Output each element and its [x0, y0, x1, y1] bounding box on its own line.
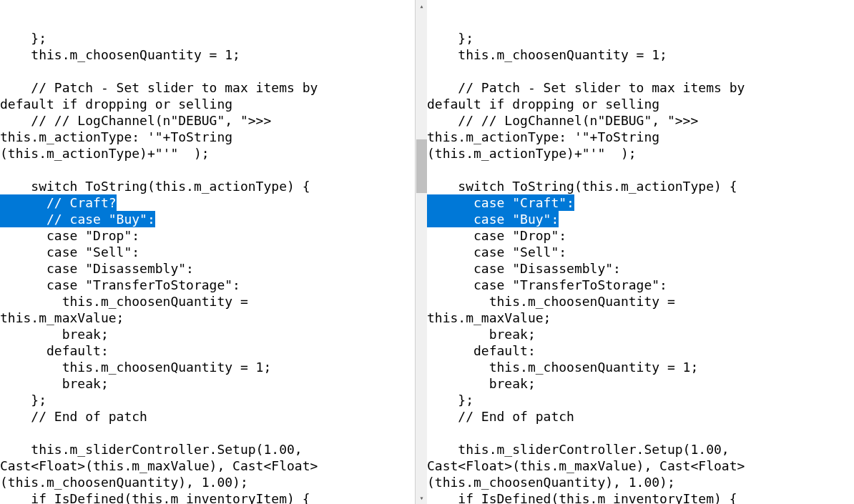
- code-line[interactable]: case "Buy":: [427, 211, 842, 227]
- code-line[interactable]: // case "Buy":: [0, 211, 415, 227]
- highlighted-text: // Craft?: [46, 194, 117, 211]
- code-line[interactable]: (this.m_actionType)+"'" );: [427, 145, 842, 162]
- code-line[interactable]: [0, 425, 415, 441]
- left-diff-pane[interactable]: }; this.m_choosenQuantity = 1; // Patch …: [0, 0, 427, 504]
- code-line[interactable]: };: [0, 30, 415, 46]
- code-line[interactable]: switch ToString(this.m_actionType) {: [0, 178, 415, 194]
- scroll-up-arrow-icon[interactable]: ▴: [416, 0, 427, 12]
- code-line[interactable]: };: [0, 392, 415, 408]
- code-line[interactable]: default if dropping or selling: [0, 96, 415, 112]
- code-line[interactable]: (this.m_choosenQuantity), 1.00);: [0, 474, 415, 490]
- code-line[interactable]: };: [427, 392, 842, 408]
- highlight-leading: [427, 211, 473, 227]
- code-line[interactable]: this.m_sliderController.Setup(1.00,: [0, 441, 415, 458]
- code-line[interactable]: this.m_choosenQuantity = 1;: [0, 359, 415, 375]
- code-line[interactable]: default:: [0, 342, 415, 359]
- code-line[interactable]: (this.m_actionType)+"'" );: [0, 145, 415, 162]
- scroll-down-arrow-icon[interactable]: ▾: [416, 492, 427, 504]
- code-line[interactable]: switch ToString(this.m_actionType) {: [427, 178, 842, 194]
- code-line[interactable]: [427, 425, 842, 441]
- code-line[interactable]: case "Sell":: [0, 244, 415, 260]
- code-line[interactable]: break;: [0, 326, 415, 342]
- right-diff-pane[interactable]: }; this.m_choosenQuantity = 1; // Patch …: [427, 0, 854, 504]
- code-line[interactable]: break;: [427, 375, 842, 392]
- code-line[interactable]: this.m_maxValue;: [0, 310, 415, 326]
- code-line[interactable]: case "Disassembly":: [0, 260, 415, 277]
- code-line[interactable]: // // LogChannel(n"DEBUG", ">>>: [427, 112, 842, 129]
- code-line[interactable]: Cast<Float>(this.m_maxValue), Cast<Float…: [427, 458, 842, 474]
- code-line[interactable]: case "TransferToStorage":: [427, 277, 842, 293]
- highlight-leading: [427, 194, 473, 211]
- code-line[interactable]: this.m_actionType: '"+ToString: [427, 129, 842, 145]
- scrollbar-thumb[interactable]: [416, 139, 427, 193]
- code-line[interactable]: case "Disassembly":: [427, 260, 842, 277]
- highlight-leading: [0, 194, 46, 211]
- highlighted-text: case "Buy":: [473, 211, 559, 227]
- code-line[interactable]: [0, 63, 415, 79]
- code-line[interactable]: this.m_choosenQuantity = 1;: [0, 46, 415, 63]
- code-line[interactable]: this.m_actionType: '"+ToString: [0, 129, 415, 145]
- highlighted-text: case "Craft":: [473, 194, 574, 211]
- code-line[interactable]: case "Drop":: [427, 227, 842, 244]
- code-line[interactable]: // End of patch: [427, 408, 842, 425]
- code-line[interactable]: break;: [427, 326, 842, 342]
- code-line[interactable]: [427, 162, 842, 178]
- code-line[interactable]: case "Craft":: [427, 194, 842, 211]
- code-line[interactable]: this.m_choosenQuantity = 1;: [427, 46, 842, 63]
- code-line[interactable]: this.m_choosenQuantity =: [427, 293, 842, 310]
- highlighted-text: // case "Buy":: [46, 211, 155, 227]
- right-code-content[interactable]: }; this.m_choosenQuantity = 1; // Patch …: [427, 30, 854, 504]
- code-line[interactable]: break;: [0, 375, 415, 392]
- highlight-leading: [0, 211, 46, 227]
- code-line[interactable]: if IsDefined(this.m_inventoryItem) {: [427, 490, 842, 504]
- code-line[interactable]: default if dropping or selling: [427, 96, 842, 112]
- code-line[interactable]: default:: [427, 342, 842, 359]
- code-line[interactable]: this.m_choosenQuantity =: [0, 293, 415, 310]
- code-line[interactable]: this.m_maxValue;: [427, 310, 842, 326]
- left-code-content[interactable]: }; this.m_choosenQuantity = 1; // Patch …: [0, 30, 427, 504]
- code-line[interactable]: case "Drop":: [0, 227, 415, 244]
- code-line[interactable]: if IsDefined(this.m_inventoryItem) {: [0, 490, 415, 504]
- code-line[interactable]: case "Sell":: [427, 244, 842, 260]
- left-scrollbar[interactable]: ▴ ▾: [415, 0, 427, 504]
- code-line[interactable]: // Patch - Set slider to max items by: [427, 79, 842, 96]
- code-line[interactable]: [0, 162, 415, 178]
- code-line[interactable]: (this.m_choosenQuantity), 1.00);: [427, 474, 842, 490]
- code-line[interactable]: // // LogChannel(n"DEBUG", ">>>: [0, 112, 415, 129]
- code-line[interactable]: Cast<Float>(this.m_maxValue), Cast<Float…: [0, 458, 415, 474]
- code-line[interactable]: // End of patch: [0, 408, 415, 425]
- code-line[interactable]: // Patch - Set slider to max items by: [0, 79, 415, 96]
- code-line[interactable]: };: [427, 30, 842, 46]
- code-line[interactable]: [427, 63, 842, 79]
- code-line[interactable]: this.m_choosenQuantity = 1;: [427, 359, 842, 375]
- code-line[interactable]: case "TransferToStorage":: [0, 277, 415, 293]
- code-line[interactable]: this.m_sliderController.Setup(1.00,: [427, 441, 842, 458]
- code-line[interactable]: // Craft?: [0, 194, 415, 211]
